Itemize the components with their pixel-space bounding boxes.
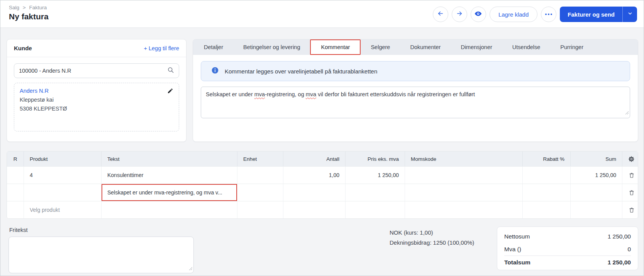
customer-panel: Kunde + Legg til flere Anders N.R Kleppe… [7, 39, 186, 142]
currency-line: NOK (kurs: 1,00) [390, 228, 474, 238]
save-draft-button[interactable]: Lagre kladd [490, 7, 537, 22]
trash-icon [629, 207, 635, 213]
row1-produkt-cell[interactable]: 4 [24, 166, 102, 184]
row1-pris-cell[interactable]: 1 250,00 [346, 166, 405, 184]
row3-produkt-select[interactable]: Velg produkt [24, 201, 102, 218]
row3-enhet-cell[interactable] [237, 201, 283, 218]
row3-momskode-cell[interactable] [405, 201, 523, 218]
gear-icon [628, 156, 635, 162]
net-sum-label: Nettosum [504, 233, 530, 240]
row1-sum-cell[interactable]: 1 250,00 [571, 166, 622, 184]
preview-button[interactable] [471, 7, 486, 22]
total-sum-value: 1 250,00 [608, 259, 631, 266]
col-header-produkt: Produkt [24, 152, 102, 166]
trash-icon [629, 172, 635, 179]
tab-selgere[interactable]: Selgere [361, 39, 400, 55]
arrow-right-icon [456, 10, 463, 19]
resize-handle-icon[interactable] [189, 265, 193, 272]
invoice-and-send-button[interactable]: Fakturer og send [560, 7, 637, 22]
net-sum-row: Nettosum 1 250,00 [504, 230, 631, 243]
row1-antall-cell[interactable]: 1,00 [283, 166, 346, 184]
row3-r-cell[interactable] [7, 201, 24, 218]
row3-antall-cell[interactable] [283, 201, 346, 218]
tab-dimensjoner[interactable]: Dimensjoner [451, 39, 502, 55]
back-button[interactable] [433, 7, 448, 22]
net-sum-value: 1 250,00 [608, 233, 631, 240]
row2-produkt-cell[interactable] [24, 184, 102, 201]
edit-customer-button[interactable] [167, 88, 173, 95]
row3-rabatt-cell[interactable] [523, 201, 571, 218]
col-header-rabatt: Rabatt % [523, 152, 571, 166]
row1-tekst-cell[interactable]: Konsulenttimer [102, 166, 237, 184]
customer-name-link[interactable]: Anders N.R [20, 88, 173, 94]
forward-button[interactable] [452, 7, 467, 22]
row3-pris-cell[interactable] [346, 201, 405, 218]
row1-delete-button[interactable] [622, 166, 638, 184]
fritekst-textarea[interactable] [8, 237, 194, 273]
pencil-icon [167, 88, 173, 94]
save-draft-label: Lagre kladd [498, 11, 529, 18]
resize-handle-icon[interactable] [625, 109, 629, 117]
page-header: Salg > Faktura Ny faktura Lag [0, 0, 644, 28]
tab-utsendelse[interactable]: Utsendelse [502, 39, 551, 55]
customer-panel-title: Kunde [14, 45, 32, 51]
eye-icon [474, 10, 482, 19]
row1-enhet-cell[interactable] [237, 166, 283, 184]
comment-textarea[interactable]: Selskapet er under mva-registrering, og … [201, 87, 630, 118]
row3-sum-cell[interactable] [571, 201, 622, 218]
row1-rabatt-cell[interactable] [523, 166, 571, 184]
breadcrumb-sales[interactable]: Salg [9, 5, 19, 10]
breadcrumb: Salg > Faktura [9, 5, 49, 10]
more-options-button[interactable] [541, 7, 556, 22]
comment-info-banner: Kommentar legges over varelinjetabell på… [201, 61, 630, 81]
col-header-enhet: Enhet [237, 152, 283, 166]
info-banner-text: Kommentar legges over varelinjetabell på… [225, 68, 377, 75]
invoice-and-send-label: Fakturer og send [560, 7, 622, 22]
row2-momskode-cell[interactable] [405, 184, 523, 201]
row2-tekst-cell-annotated[interactable]: Selskapet er under mva-registrering, og … [102, 184, 237, 201]
row3-tekst-cell[interactable] [102, 201, 237, 218]
row2-rabatt-cell[interactable] [523, 184, 571, 201]
customer-address-line2: 5308 KLEPPESTØ [20, 106, 173, 112]
row2-sum-cell[interactable] [571, 184, 622, 201]
table-settings-button[interactable] [622, 152, 638, 166]
totals-panel: Nettosum 1 250,00 Mva () 0 Totalsum 1 25… [497, 227, 638, 270]
arrow-left-icon [437, 10, 444, 19]
header-actions: Lagre kladd Fakturer og send [433, 7, 637, 22]
row2-enhet-cell[interactable] [237, 184, 283, 201]
row2-pris-cell[interactable] [346, 184, 405, 201]
col-header-antall: Antall [283, 152, 346, 166]
row2-delete-button[interactable] [622, 184, 638, 201]
total-sum-row: Totalsum 1 250,00 [504, 256, 631, 269]
row1-r-cell[interactable] [7, 166, 24, 184]
row2-r-cell[interactable] [7, 184, 24, 201]
vat-label: Mva () [504, 246, 521, 253]
tab-detaljer[interactable]: Detaljer [194, 39, 233, 55]
comment-text: vil derfor bli fakturert etterskuddsvis … [316, 91, 475, 97]
row2-antall-cell[interactable] [283, 184, 346, 201]
tab-purringer[interactable]: Purringer [550, 39, 593, 55]
invoice-editor-page: Salg > Faktura Ny faktura Lag [0, 0, 644, 276]
comment-text: -registrering, og [265, 91, 306, 97]
tab-kommentar[interactable]: Kommentar [310, 39, 361, 55]
breadcrumb-invoice[interactable]: Faktura [29, 5, 47, 10]
invoice-and-send-dropdown[interactable] [622, 7, 637, 22]
col-header-tekst: Tekst [102, 152, 237, 166]
margin-line: Dekningsbidrag: 1250 (100,00%) [390, 238, 474, 248]
customer-search-field[interactable] [14, 63, 179, 78]
comment-text-misspelled: mva [254, 91, 265, 97]
tab-betingelser-og-levering[interactable]: Betingelser og levering [233, 39, 310, 55]
row3-delete-button[interactable] [622, 201, 638, 218]
col-header-momskode: Momskode [405, 152, 523, 166]
add-more-customers-link[interactable]: + Legg til flere [144, 45, 180, 51]
tab-dokumenter[interactable]: Dokumenter [400, 39, 451, 55]
customer-search-input[interactable] [19, 68, 164, 74]
row1-momskode-cell[interactable] [405, 166, 523, 184]
ellipsis-icon [545, 14, 552, 15]
invoice-details-panel: Detaljer Betingelser og levering Komment… [193, 39, 638, 142]
currency-summary: NOK (kurs: 1,00) Dekningsbidrag: 1250 (1… [390, 228, 474, 248]
customer-address-line1: Kleppestø kai [20, 97, 173, 103]
comment-text: Selskapet er under [206, 91, 254, 97]
chevron-down-icon [627, 11, 633, 18]
total-sum-label: Totalsum [504, 259, 530, 266]
